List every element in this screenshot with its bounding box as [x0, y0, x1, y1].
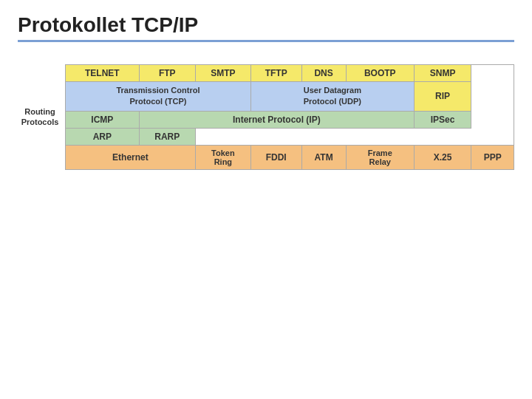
cell-empty: [195, 128, 471, 145]
protocol-table: TELNET FTP SMTP TFTP DNS BOOTP SNMP Tran…: [65, 64, 514, 170]
cell-smtp: SMTP: [195, 65, 250, 82]
network-layer-row: Ethernet TokenRing FDDI ATM FrameRelay X…: [66, 145, 514, 169]
cell-snmp: SNMP: [414, 65, 471, 82]
page-title: Protokollet TCP/IP: [18, 13, 514, 42]
cell-ethernet: Ethernet: [66, 145, 196, 169]
cell-ftp: FTP: [139, 65, 195, 82]
cell-ip: Internet Protocol (IP): [139, 111, 414, 128]
cell-ipsec: IPSec: [414, 111, 471, 128]
ip-layer-row: ICMP Internet Protocol (IP) IPSec: [66, 111, 514, 128]
cell-udp: User DatagramProtocol (UDP): [250, 82, 414, 112]
cell-frame-relay: FrameRelay: [346, 145, 414, 169]
cell-token-ring: TokenRing: [195, 145, 250, 169]
cell-icmp: ICMP: [66, 111, 140, 128]
cell-bootp: BOOTP: [346, 65, 414, 82]
app-layer-row: TELNET FTP SMTP TFTP DNS BOOTP SNMP: [66, 65, 514, 82]
routing-protocols-label: Routing Protocols: [18, 64, 62, 170]
arp-layer-row: ARP RARP: [66, 128, 514, 145]
cell-tftp: TFTP: [250, 65, 301, 82]
page-container: Protokollet TCP/IP Routing Protocols TEL…: [0, 0, 532, 399]
cell-telnet: TELNET: [66, 65, 140, 82]
cell-rip: RIP: [414, 82, 471, 112]
cell-x25: X.25: [414, 145, 471, 169]
cell-ppp: PPP: [471, 145, 514, 169]
cell-tcp: Transmission ControlProtocol (TCP): [66, 82, 251, 112]
transport-layer-row: Transmission ControlProtocol (TCP) User …: [66, 82, 514, 112]
cell-atm: ATM: [301, 145, 346, 169]
diagram-area: Routing Protocols TELNET FTP SMTP TFTP D…: [18, 64, 514, 170]
cell-fddi: FDDI: [250, 145, 301, 169]
cell-dns: DNS: [301, 65, 346, 82]
cell-rarp: RARP: [139, 128, 195, 145]
routing-text: Routing Protocols: [21, 106, 59, 128]
cell-arp: ARP: [66, 128, 140, 145]
